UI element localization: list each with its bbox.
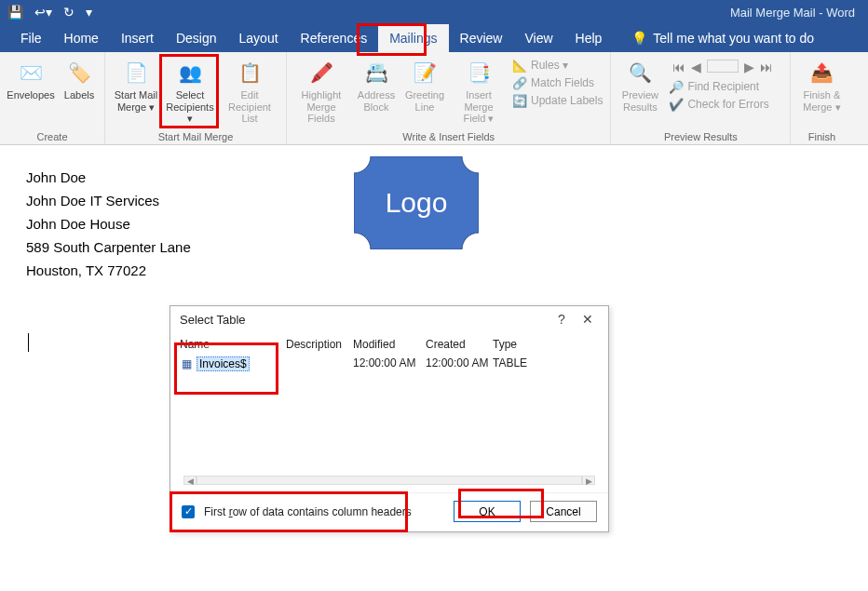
window-title: Mail Merge Mail - Word bbox=[730, 6, 861, 20]
checkbox-label[interactable]: First row of data contains column header… bbox=[204, 505, 412, 518]
tab-view[interactable]: View bbox=[513, 24, 563, 52]
save-icon[interactable]: 💾 bbox=[7, 5, 23, 20]
group-create: ✉️ Envelopes 🏷️ Labels Create bbox=[0, 52, 105, 144]
group-write-insert: 🖍️ HighlightMerge Fields 📇 AddressBlock … bbox=[287, 52, 611, 144]
next-record-icon[interactable]: ▶ bbox=[744, 60, 754, 74]
undo-icon[interactable]: ↩▾ bbox=[34, 5, 52, 20]
find-recipient-button[interactable]: 🔎Find Recipient bbox=[669, 79, 782, 94]
col-created[interactable]: Created bbox=[426, 338, 493, 351]
col-type[interactable]: Type bbox=[493, 338, 549, 351]
tab-file[interactable]: File bbox=[9, 24, 53, 52]
finish-icon: 📤 bbox=[807, 58, 836, 87]
highlight-icon: 🖍️ bbox=[306, 58, 336, 87]
edit-recipient-list-label: EditRecipient List bbox=[219, 89, 280, 125]
start-mail-merge-label: Start MailMerge ▾ bbox=[115, 89, 157, 113]
row-modified: 12:00:00 AM bbox=[353, 356, 426, 371]
table-icon: ▦ bbox=[180, 357, 193, 370]
dialog-help-icon[interactable]: ? bbox=[549, 312, 575, 327]
rules-label: Rules ▾ bbox=[531, 59, 568, 72]
finish-label: Finish &Merge ▾ bbox=[803, 89, 840, 113]
greeting-line-button[interactable]: 📝 GreetingLine bbox=[400, 56, 449, 128]
insert-field-label: Insert MergeField ▾ bbox=[451, 89, 507, 125]
edit-recipient-list-button[interactable]: 📋 EditRecipient List bbox=[217, 56, 282, 128]
finish-merge-button[interactable]: 📤 Finish &Merge ▾ bbox=[794, 56, 848, 128]
greeting-icon: 📝 bbox=[410, 58, 440, 87]
labels-label: Labels bbox=[64, 89, 94, 101]
prev-record-icon[interactable]: ◀ bbox=[691, 60, 701, 74]
tab-insert[interactable]: Insert bbox=[110, 24, 165, 52]
insert-merge-field-button[interactable]: 📑 Insert MergeField ▾ bbox=[449, 56, 509, 128]
row-desc bbox=[286, 356, 353, 371]
table-header-row: Name Description Modified Created Type bbox=[170, 332, 608, 355]
logo-text: Logo bbox=[354, 156, 479, 249]
select-recipients-button[interactable]: 👥 SelectRecipients ▾ bbox=[163, 56, 217, 128]
group-write-label: Write & Insert Fields bbox=[291, 131, 606, 144]
tab-help[interactable]: Help bbox=[564, 24, 614, 52]
address-label: AddressBlock bbox=[358, 89, 395, 113]
row-type: TABLE bbox=[493, 356, 549, 371]
highlight-label: HighlightMerge Fields bbox=[292, 89, 350, 125]
tab-mailings[interactable]: Mailings bbox=[378, 24, 448, 52]
col-modified[interactable]: Modified bbox=[353, 338, 426, 351]
dialog-close-icon[interactable]: ✕ bbox=[575, 312, 601, 327]
tab-design[interactable]: Design bbox=[165, 24, 228, 52]
col-name[interactable]: Name bbox=[180, 338, 286, 351]
logo-shape[interactable]: Logo bbox=[354, 156, 479, 249]
check-icon: ✔️ bbox=[669, 97, 684, 112]
address-block-button[interactable]: 📇 AddressBlock bbox=[352, 56, 400, 128]
check-errors-button[interactable]: ✔️Check for Errors bbox=[669, 97, 782, 112]
col-description[interactable]: Description bbox=[286, 338, 353, 351]
group-create-label: Create bbox=[4, 131, 101, 144]
start-merge-icon: 📄 bbox=[121, 58, 151, 87]
labels-button[interactable]: 🏷️ Labels bbox=[58, 56, 101, 128]
highlight-merge-fields-button[interactable]: 🖍️ HighlightMerge Fields bbox=[291, 56, 352, 128]
preview-results-button[interactable]: 🔍 PreviewResults bbox=[615, 56, 665, 128]
last-record-icon[interactable]: ⏭ bbox=[760, 60, 773, 74]
insert-field-icon: 📑 bbox=[464, 58, 494, 87]
write-options-stack: 📐Rules ▾ 🔗Match Fields 🔄Update Labels bbox=[509, 56, 606, 128]
qat-customize-icon[interactable]: ▾ bbox=[86, 5, 92, 20]
record-number-input[interactable] bbox=[707, 60, 739, 73]
tab-references[interactable]: References bbox=[290, 24, 379, 52]
document-canvas[interactable]: John Doe John Doe IT Services John Doe H… bbox=[0, 145, 868, 302]
dialog-titlebar[interactable]: Select Table ? ✕ bbox=[170, 306, 608, 332]
update-label: Update Labels bbox=[531, 94, 603, 107]
tell-me-label: Tell me what you want to do bbox=[653, 31, 814, 46]
rules-dropdown[interactable]: 📐Rules ▾ bbox=[512, 58, 603, 73]
preview-label: PreviewResults bbox=[622, 89, 658, 113]
group-start-mail-merge: 📄 Start MailMerge ▾ 👥 SelectRecipients ▾… bbox=[105, 52, 287, 144]
tab-review[interactable]: Review bbox=[449, 24, 514, 52]
ribbon: ✉️ Envelopes 🏷️ Labels Create 📄 Start Ma… bbox=[0, 52, 868, 145]
first-record-icon[interactable]: ⏮ bbox=[672, 60, 685, 74]
cancel-button[interactable]: Cancel bbox=[530, 501, 597, 522]
preview-options-stack: ⏮ ◀ ▶ ⏭ 🔎Find Recipient ✔️Check for Erro… bbox=[665, 56, 786, 128]
ribbon-tabs: File Home Insert Design Layout Reference… bbox=[0, 24, 868, 52]
labels-icon: 🏷️ bbox=[64, 58, 94, 87]
scroll-right-icon[interactable]: ▶ bbox=[582, 476, 595, 485]
start-mail-merge-button[interactable]: 📄 Start MailMerge ▾ bbox=[109, 56, 163, 128]
tab-layout[interactable]: Layout bbox=[228, 24, 290, 52]
group-preview-label: Preview Results bbox=[615, 131, 786, 144]
tab-home[interactable]: Home bbox=[53, 24, 110, 52]
quick-access-toolbar: 💾 ↩▾ ↻ ▾ bbox=[7, 5, 92, 20]
update-labels-button[interactable]: 🔄Update Labels bbox=[512, 93, 603, 108]
preview-icon: 🔍 bbox=[625, 58, 655, 87]
table-row[interactable]: ▦ Invoices$ 12:00:00 AM 12:00:00 AM TABL… bbox=[170, 355, 608, 373]
first-row-headers-checkbox[interactable]: ✓ bbox=[182, 505, 195, 518]
dialog-hscrollbar[interactable]: ◀ ▶ bbox=[183, 476, 595, 485]
update-icon: 🔄 bbox=[512, 93, 527, 108]
redo-icon[interactable]: ↻ bbox=[63, 5, 75, 20]
envelope-icon: ✉️ bbox=[16, 58, 46, 87]
group-preview-results: 🔍 PreviewResults ⏮ ◀ ▶ ⏭ 🔎Find Recipient… bbox=[611, 52, 791, 144]
scroll-track[interactable] bbox=[197, 476, 582, 485]
doc-line-5[interactable]: Houston, TX 77022 bbox=[26, 262, 842, 278]
ok-button[interactable]: OK bbox=[454, 501, 521, 522]
scroll-left-icon[interactable]: ◀ bbox=[183, 476, 197, 485]
envelopes-label: Envelopes bbox=[7, 89, 54, 101]
dialog-title: Select Table bbox=[180, 313, 246, 327]
match-fields-button[interactable]: 🔗Match Fields bbox=[512, 75, 603, 90]
record-nav[interactable]: ⏮ ◀ ▶ ⏭ bbox=[669, 58, 782, 76]
tell-me-search[interactable]: 💡 Tell me what you want to do bbox=[620, 24, 825, 52]
find-label: Find Recipient bbox=[687, 80, 759, 93]
envelopes-button[interactable]: ✉️ Envelopes bbox=[4, 56, 58, 128]
